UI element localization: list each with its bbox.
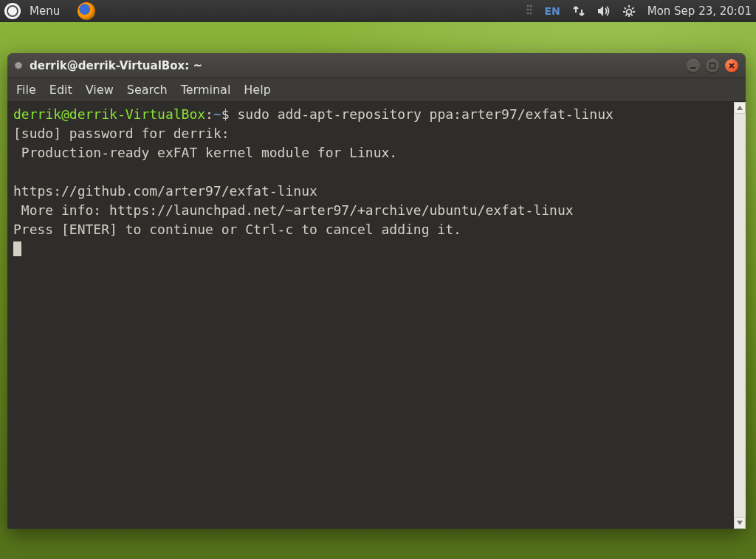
svg-rect-8 — [710, 63, 715, 68]
firefox-icon[interactable] — [78, 2, 95, 20]
entered-command: sudo add-apt-repository ppa:arter97/exfa… — [237, 106, 613, 122]
power-settings-icon[interactable] — [622, 4, 636, 18]
top-panel-right: EN Mon Sep 23, 20:01 — [526, 4, 752, 18]
out-line-6: Press [ENTER] to continue or Ctrl-c to c… — [13, 222, 461, 237]
menu-button[interactable]: Menu — [30, 4, 60, 18]
app-indicator-icon — [15, 62, 22, 69]
maximize-button[interactable] — [706, 59, 719, 72]
svg-point-1 — [530, 5, 532, 7]
terminal-body-wrap: derrik@derrik-VirtualBox:~$ sudo add-apt… — [7, 102, 746, 529]
svg-point-0 — [527, 5, 529, 7]
close-button[interactable] — [725, 59, 738, 72]
volume-icon[interactable] — [597, 5, 611, 17]
notification-icon[interactable] — [526, 4, 532, 18]
window-title: derrik@derrik-VirtualBox: ~ — [30, 59, 679, 72]
window-controls — [687, 59, 738, 72]
menu-terminal[interactable]: Terminal — [181, 83, 231, 97]
network-icon[interactable] — [572, 5, 585, 17]
terminal-cursor — [13, 241, 21, 256]
menu-file[interactable]: File — [16, 83, 36, 97]
desktop-background: derrik@derrik-VirtualBox: ~ File Edit Vi… — [0, 22, 756, 559]
out-line-4: https://github.com/arter97/exfat-linux — [13, 183, 317, 199]
keyboard-layout-indicator[interactable]: EN — [544, 5, 560, 17]
window-titlebar[interactable]: derrik@derrik-VirtualBox: ~ — [7, 53, 746, 78]
prompt-path: ~ — [213, 106, 221, 122]
out-line-1: [sudo] password for derrik: — [13, 126, 230, 141]
scroll-down-button[interactable] — [734, 517, 746, 529]
scrollbar-vertical[interactable] — [734, 102, 746, 529]
svg-point-3 — [530, 9, 532, 11]
prompt-sep: : — [205, 106, 213, 122]
svg-point-4 — [527, 13, 529, 15]
menubar: File Edit View Search Terminal Help — [7, 78, 746, 102]
prompt-symbol: $ — [221, 106, 230, 122]
out-line-5: More info: https://launchpad.net/~arter9… — [13, 202, 574, 218]
scroll-up-button[interactable] — [734, 102, 746, 114]
clock-datetime[interactable]: Mon Sep 23, 20:01 — [647, 4, 752, 18]
ubuntu-logo-icon[interactable] — [4, 3, 21, 19]
menu-help[interactable]: Help — [244, 83, 270, 97]
svg-point-6 — [626, 10, 631, 15]
system-top-panel: Menu EN Mon Sep 23, 20:01 — [0, 0, 756, 22]
terminal-window: derrik@derrik-VirtualBox: ~ File Edit Vi… — [7, 53, 746, 529]
minimize-button[interactable] — [687, 59, 700, 72]
prompt-userhost: derrik@derrik-VirtualBox — [13, 106, 205, 122]
menu-view[interactable]: View — [86, 83, 114, 97]
svg-rect-7 — [690, 67, 696, 69]
svg-point-5 — [530, 13, 532, 15]
svg-point-2 — [527, 9, 529, 11]
menu-search[interactable]: Search — [127, 83, 168, 97]
terminal-output[interactable]: derrik@derrik-VirtualBox:~$ sudo add-apt… — [7, 102, 734, 529]
top-panel-left: Menu — [4, 2, 95, 20]
menu-edit[interactable]: Edit — [49, 83, 72, 97]
out-line-2: Production-ready exFAT kernel module for… — [13, 145, 397, 160]
